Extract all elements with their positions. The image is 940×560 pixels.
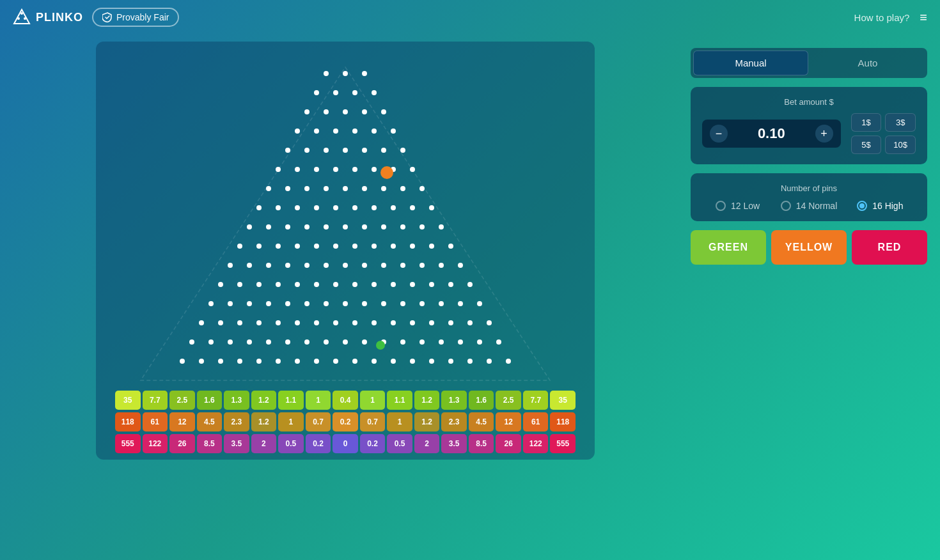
bet-increase-button[interactable]: + <box>815 125 833 143</box>
svg-point-125 <box>256 320 262 325</box>
svg-point-168 <box>429 359 434 364</box>
how-to-play-link[interactable]: How to play? <box>854 12 910 23</box>
mult-cell-red-2: 26 <box>169 434 195 453</box>
svg-point-35 <box>372 167 377 172</box>
pin-option-16high[interactable]: 16 High <box>845 201 916 211</box>
svg-point-42 <box>343 186 348 191</box>
quick-bet-3[interactable]: 3$ <box>885 113 916 132</box>
svg-point-66 <box>419 224 425 229</box>
tab-manual[interactable]: Manual <box>693 51 808 75</box>
svg-point-17 <box>295 128 300 134</box>
quick-bet-10[interactable]: 10$ <box>885 136 916 154</box>
mult-cell-red-16: 555 <box>550 434 576 453</box>
yellow-button[interactable]: YELLOW <box>771 230 847 265</box>
svg-point-93 <box>218 282 223 287</box>
svg-point-147 <box>362 339 367 345</box>
red-button[interactable]: RED <box>852 230 927 265</box>
svg-point-160 <box>276 359 281 364</box>
svg-point-102 <box>391 282 396 287</box>
plinko-logo-icon <box>13 8 31 26</box>
svg-point-34 <box>352 167 357 172</box>
bet-quick-buttons: 1$ 3$ 5$ 10$ <box>851 113 916 154</box>
svg-point-109 <box>247 301 252 306</box>
mult-cell-green-14: 2.5 <box>496 391 521 410</box>
mult-cell-yellow-13: 4.5 <box>469 412 494 432</box>
svg-point-49 <box>295 205 300 210</box>
svg-point-150 <box>419 339 425 345</box>
game-title: PLINKO <box>36 11 83 24</box>
svg-point-114 <box>343 301 348 306</box>
mult-cell-red-9: 0.2 <box>360 434 386 453</box>
svg-point-139 <box>208 339 214 345</box>
svg-point-94 <box>237 282 242 287</box>
multiplier-row-green: 357.72.51.61.31.21.110.411.11.21.31.62.5… <box>115 391 576 410</box>
svg-point-3 <box>24 17 26 20</box>
svg-point-92 <box>458 263 463 268</box>
quick-bet-5[interactable]: 5$ <box>851 136 882 154</box>
svg-point-130 <box>352 320 357 325</box>
svg-point-68 <box>237 244 242 249</box>
svg-point-161 <box>295 359 300 364</box>
svg-point-138 <box>189 339 194 345</box>
svg-point-98 <box>314 282 319 287</box>
mult-cell-yellow-6: 1 <box>278 412 304 432</box>
mult-cell-green-13: 1.6 <box>469 391 494 410</box>
radio-16high <box>857 201 867 211</box>
svg-point-22 <box>391 128 396 134</box>
svg-point-127 <box>295 320 300 325</box>
mult-cell-yellow-14: 12 <box>496 412 521 432</box>
svg-point-80 <box>228 263 233 268</box>
svg-point-41 <box>324 186 329 191</box>
svg-point-122 <box>199 320 204 325</box>
svg-point-140 <box>228 339 233 345</box>
quick-bet-1[interactable]: 1$ <box>851 113 882 132</box>
mult-cell-green-4: 1.3 <box>224 391 249 410</box>
pin-option-12low[interactable]: 12 Low <box>702 201 773 211</box>
bet-section: Bet amount $ − 0.10 + 1$ 3$ 5$ 10$ <box>691 87 927 164</box>
multiplier-row-yellow: 11861124.52.31.210.70.20.711.22.34.51261… <box>115 412 576 432</box>
game-board-container: 357.72.51.61.31.21.110.411.11.21.31.62.5… <box>13 42 678 554</box>
svg-point-145 <box>324 339 329 345</box>
svg-point-99 <box>333 282 338 287</box>
mult-cell-red-3: 8.5 <box>197 434 223 453</box>
svg-point-165 <box>372 359 377 364</box>
svg-point-82 <box>266 263 271 268</box>
svg-point-108 <box>228 301 233 306</box>
svg-point-62 <box>343 224 348 229</box>
mult-cell-yellow-8: 0.2 <box>333 412 358 432</box>
svg-point-39 <box>285 186 290 191</box>
pin-option-14normal[interactable]: 14 Normal <box>773 201 844 211</box>
pins-area <box>115 54 576 387</box>
main-content: 357.72.51.61.31.21.110.411.11.21.31.62.5… <box>0 35 940 560</box>
bet-decrease-button[interactable]: − <box>710 125 728 143</box>
mult-cell-red-15: 122 <box>523 434 549 453</box>
mult-cell-red-13: 8.5 <box>469 434 494 453</box>
svg-point-48 <box>276 205 281 210</box>
svg-point-88 <box>381 263 386 268</box>
svg-point-50 <box>314 205 319 210</box>
svg-point-117 <box>400 301 405 306</box>
svg-point-134 <box>429 320 434 325</box>
svg-point-28 <box>381 148 386 153</box>
svg-point-101 <box>372 282 377 287</box>
provably-fair-button[interactable]: Provably Fair <box>92 8 179 27</box>
board-wrapper: 357.72.51.61.31.21.110.411.11.21.31.62.5… <box>96 42 595 460</box>
svg-point-132 <box>391 320 396 325</box>
svg-point-85 <box>324 263 329 268</box>
svg-point-144 <box>304 339 309 345</box>
svg-point-135 <box>448 320 453 325</box>
svg-point-14 <box>343 109 348 114</box>
svg-point-65 <box>400 224 405 229</box>
svg-point-16 <box>381 109 386 114</box>
tab-auto[interactable]: Auto <box>811 51 925 75</box>
svg-point-7 <box>362 71 367 76</box>
mult-cell-red-6: 0.5 <box>278 434 304 453</box>
menu-icon[interactable]: ≡ <box>920 10 927 25</box>
mult-cell-red-11: 2 <box>414 434 440 453</box>
svg-point-104 <box>429 282 434 287</box>
svg-point-164 <box>352 359 357 364</box>
svg-point-155 <box>180 359 185 364</box>
svg-point-73 <box>333 244 338 249</box>
green-button[interactable]: GREEN <box>691 230 766 265</box>
bet-label: Bet amount $ <box>702 97 916 107</box>
